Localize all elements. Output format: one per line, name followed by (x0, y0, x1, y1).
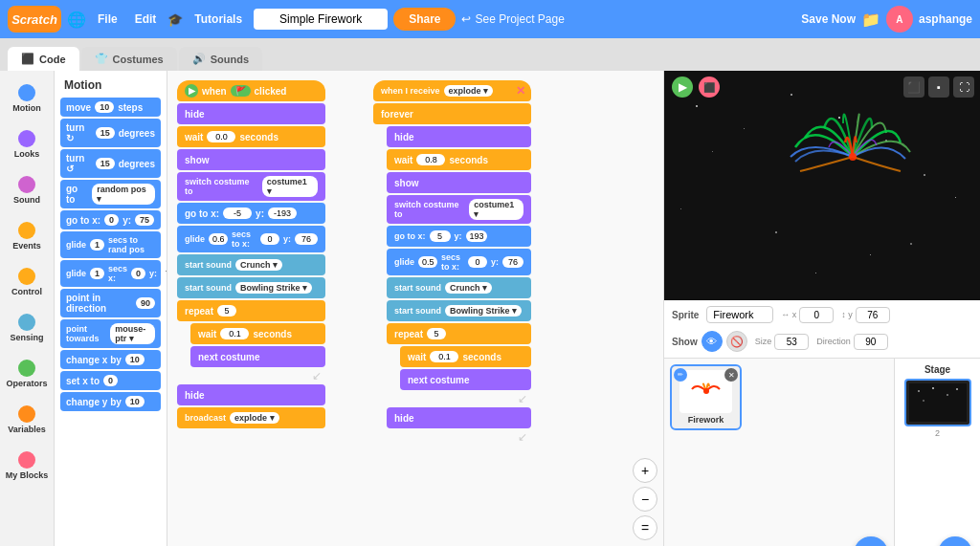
block-wait-inner-1[interactable]: wait seconds (190, 323, 325, 344)
zoom-reset-button[interactable]: = (633, 515, 657, 540)
edit-menu[interactable]: Edit (129, 11, 163, 28)
stage-expand-controls: ⬛ ▪ ⛶ (903, 76, 974, 98)
sidebar-item-looks[interactable]: Looks (2, 122, 52, 166)
block-goto-xy[interactable]: go to x:0 y:75 (60, 210, 161, 229)
sprite-info-panel: Sprite ↔ x ↕ y Show 👁 🚫 Size Direction (664, 300, 980, 359)
sprite-direction-input[interactable] (854, 334, 888, 350)
block-glide-2[interactable]: glide secs to x: y: (387, 249, 531, 275)
block-next-costume-1[interactable]: next costume (190, 346, 325, 367)
block-when-flag-clicked[interactable]: ▶ when 🚩 clicked (177, 80, 325, 101)
block-switch-costume-1[interactable]: switch costume to costume1 ▾ (177, 172, 325, 201)
hide-button[interactable]: 🚫 (726, 331, 747, 352)
folder-icon[interactable]: 📁 (861, 11, 880, 29)
block-switch-costume-2[interactable]: switch costume to costume1 ▾ (387, 195, 531, 224)
sprite-firework[interactable]: ✏ ✕ Firework (670, 364, 742, 430)
block-hide-inner[interactable]: hide (387, 126, 531, 147)
zoom-controls: + − = (633, 458, 657, 540)
block-repeat-1[interactable]: repeat (177, 300, 325, 321)
sidebar-item-variables[interactable]: Variables (2, 398, 52, 442)
zoom-in-button[interactable]: + (633, 458, 657, 483)
green-flag-button[interactable]: ▶ (672, 76, 693, 98)
user-avatar[interactable]: A (886, 6, 913, 33)
sensing-label: Sensing (10, 333, 43, 342)
stage-area: ▶ ⬛ ⬛ ▪ ⛶ (664, 71, 980, 300)
sidebar-item-control[interactable]: Control (2, 260, 52, 304)
block-start-sound-bowling-2[interactable]: start sound Bowling Strike ▾ (387, 300, 531, 321)
right-panel: ▶ ⬛ ⬛ ▪ ⛶ Sprite ↔ x ↕ y Show 👁 (664, 71, 980, 546)
show-button[interactable]: 👁 (702, 331, 723, 352)
block-show-1[interactable]: show (177, 149, 325, 170)
block-goto-xy-2[interactable]: go to x: y: (387, 226, 531, 247)
sidebar-item-events[interactable]: Events (2, 214, 52, 258)
block-wait-inner-3[interactable]: wait seconds (400, 346, 531, 367)
stage-small-button[interactable]: ⬛ (903, 76, 924, 98)
sidebar-item-sound[interactable]: Sound (2, 168, 52, 212)
block-wait-inner-2[interactable]: wait seconds (387, 149, 531, 170)
save-now-button[interactable]: Save Now (801, 12, 856, 26)
topbar: Scratch 🌐 File Edit 🎓 Tutorials Share ↩ … (0, 0, 980, 38)
block-set-x[interactable]: set x to 0 (60, 371, 161, 390)
sound-label: Sound (13, 195, 40, 205)
share-button[interactable]: Share (393, 8, 456, 31)
sprite-x-input[interactable] (799, 307, 834, 323)
stage-thumbnail[interactable] (904, 379, 971, 426)
block-when-receive[interactable]: when I receive explode ▾ ✕ (373, 80, 531, 101)
block-wait-1[interactable]: wait seconds (177, 126, 325, 147)
sprite-y-input[interactable] (856, 307, 890, 323)
block-glide-xy[interactable]: glide 1 secs x:0 y:75 (60, 260, 161, 287)
block-point-dir[interactable]: point in direction 90 (60, 289, 161, 317)
stage-controls: ▶ ⬛ (672, 76, 720, 98)
stop-button[interactable]: ⬛ (699, 76, 720, 98)
project-name-input[interactable] (254, 9, 388, 30)
stage-fullscreen-button[interactable]: ⛶ (953, 76, 974, 98)
tab-costumes[interactable]: 👕 Costumes (81, 47, 177, 71)
scratch-logo[interactable]: Scratch (8, 6, 61, 33)
sprite-size-input[interactable] (774, 334, 809, 350)
sounds-tab-icon: 🔊 (192, 53, 206, 65)
block-turn-cw[interactable]: turn ↻ 15 degrees (60, 119, 161, 147)
block-next-costume-2[interactable]: next costume (400, 369, 531, 390)
sidebar-item-myblocks[interactable]: My Blocks (2, 444, 52, 488)
block-show-inner[interactable]: show (387, 172, 531, 193)
block-start-sound-crunch-2[interactable]: start sound Crunch ▾ (387, 277, 531, 298)
block-hide-1[interactable]: hide (177, 103, 325, 124)
block-broadcast-1[interactable]: broadcast explode ▾ (177, 407, 325, 428)
block-goto-xy-1[interactable]: go to x: y: (177, 203, 325, 224)
script-area[interactable]: ▶ when 🚩 clicked hide wait seconds show … (167, 71, 664, 546)
block-change-x[interactable]: change x by 10 (60, 350, 161, 369)
block-hide-3[interactable]: hide (387, 407, 531, 428)
block-hide-2[interactable]: hide (177, 384, 325, 405)
sidebar-item-sensing[interactable]: Sensing (2, 306, 52, 350)
block-turn-ccw[interactable]: turn ↺ 15 degrees (60, 149, 161, 178)
see-project-link[interactable]: ↩ See Project Page (461, 12, 564, 26)
block-glide-random[interactable]: glide 1 secs to rand pos (60, 231, 161, 258)
block-move-steps[interactable]: move 10 steps (60, 98, 161, 117)
username-label[interactable]: asphange (919, 12, 972, 26)
sprite-delete-icon[interactable]: ✕ (724, 368, 738, 382)
sounds-tab-label: Sounds (211, 54, 249, 65)
globe-icon[interactable]: 🌐 (67, 11, 86, 29)
block-forever-1[interactable]: forever (373, 103, 531, 124)
tab-sounds[interactable]: 🔊 Sounds (179, 47, 262, 71)
block-start-sound-crunch-1[interactable]: start sound Crunch ▾ (177, 254, 325, 275)
sidebar-item-operators[interactable]: Operators (2, 352, 52, 396)
sprite-y-coord: ↕ y (841, 307, 890, 323)
block-start-sound-bowling-1[interactable]: start sound Bowling Strike ▾ (177, 277, 325, 298)
block-glide-1[interactable]: glide secs to x: y: (177, 226, 325, 252)
block-repeat-2[interactable]: repeat (387, 323, 531, 344)
sprites-panel: ✏ ✕ Firework Stage (664, 359, 980, 546)
sidebar-item-motion[interactable]: Motion (2, 76, 52, 120)
block-point-towards[interactable]: point towards mouse-ptr ▾ (60, 319, 161, 348)
block-goto-random[interactable]: go to random pos ▾ (60, 180, 161, 208)
sprite-name-input[interactable] (706, 306, 773, 323)
direction-label: Direction (816, 337, 851, 346)
svg-point-1 (703, 388, 709, 394)
block-change-y[interactable]: change y by 10 (60, 392, 161, 411)
sprite-edit-icon[interactable]: ✏ (674, 368, 687, 382)
zoom-out-button[interactable]: − (633, 487, 657, 512)
costumes-tab-label: Costumes (113, 54, 164, 65)
stage-medium-button[interactable]: ▪ (928, 76, 949, 98)
tutorials-label[interactable]: Tutorials (189, 11, 248, 28)
tab-code[interactable]: ⬛ Code (8, 47, 79, 71)
file-menu[interactable]: File (92, 11, 123, 28)
